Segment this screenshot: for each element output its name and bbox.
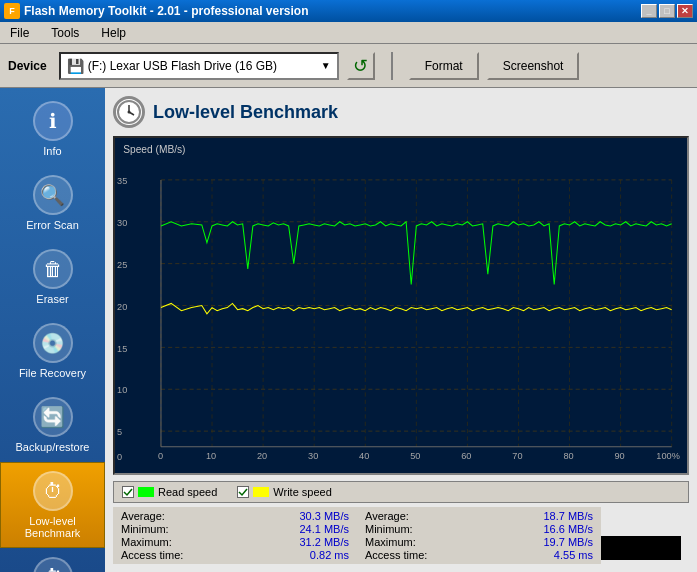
sidebar-label-file-recovery: File Recovery [19, 367, 86, 379]
redacted-area [601, 536, 681, 560]
content-title: Low-level Benchmark [153, 102, 338, 123]
write-speed-label: Write speed [273, 486, 332, 498]
refresh-icon: ↺ [353, 55, 368, 77]
write-minimum-line: Minimum: 16.6 MB/s [365, 523, 593, 535]
write-access-time-value: 4.55 ms [554, 549, 593, 561]
sidebar-label-low-level-benchmark: Low-level Benchmark [5, 515, 100, 539]
write-access-time-line: Access time: 4.55 ms [365, 549, 593, 561]
write-average-value: 18.7 MB/s [543, 510, 593, 522]
eraser-icon: 🗑 [33, 249, 73, 289]
svg-text:0: 0 [158, 451, 163, 461]
read-average-value: 30.3 MB/s [299, 510, 349, 522]
svg-text:70: 70 [512, 451, 522, 461]
svg-text:5: 5 [117, 427, 122, 437]
refresh-button[interactable]: ↺ [347, 52, 375, 80]
svg-text:20: 20 [257, 451, 267, 461]
svg-text:0: 0 [117, 452, 122, 462]
device-selector[interactable]: 💾 (F:) Lexar USB Flash Drive (16 GB) ▼ [59, 52, 339, 80]
read-minimum-value: 24.1 MB/s [299, 523, 349, 535]
app-title: Flash Memory Toolkit - 2.01 - profession… [24, 4, 309, 18]
read-speed-label: Read speed [158, 486, 217, 498]
stats-area: Average: 30.3 MB/s Minimum: 24.1 MB/s Ma… [113, 507, 689, 564]
screenshot-button[interactable]: Screenshot [487, 52, 580, 80]
menu-help[interactable]: Help [95, 24, 132, 42]
benchmark-chart: Speed (MB/s) 35 30 25 20 15 10 5 0 [113, 136, 689, 475]
read-access-time-line: Access time: 0.82 ms [121, 549, 349, 561]
sidebar-item-file-recovery[interactable]: 💿 File Recovery [0, 314, 105, 388]
write-speed-checkbox[interactable] [237, 486, 249, 498]
sidebar-item-error-scan[interactable]: 🔍 Error Scan [0, 166, 105, 240]
svg-text:30: 30 [308, 451, 318, 461]
svg-text:10: 10 [206, 451, 216, 461]
toolbar-separator [391, 52, 393, 80]
sidebar-item-eraser[interactable]: 🗑 Eraser [0, 240, 105, 314]
read-speed-color [138, 487, 154, 497]
menu-file[interactable]: File [4, 24, 35, 42]
svg-point-3 [128, 111, 131, 114]
write-maximum-label: Maximum: [365, 536, 416, 548]
write-average-line: Average: 18.7 MB/s [365, 510, 593, 522]
device-label: Device [8, 59, 47, 73]
svg-text:30: 30 [117, 218, 127, 228]
sidebar-label-info: Info [43, 145, 61, 157]
write-minimum-label: Minimum: [365, 523, 413, 535]
svg-text:40: 40 [359, 451, 369, 461]
write-speed-legend[interactable]: Write speed [237, 486, 332, 498]
format-button[interactable]: Format [409, 52, 479, 80]
read-maximum-label: Maximum: [121, 536, 172, 548]
read-access-time-value: 0.82 ms [310, 549, 349, 561]
low-level-benchmark-icon: ⏱ [33, 471, 73, 511]
file-benchmark-icon: ⏱ [33, 557, 73, 572]
read-maximum-value: 31.2 MB/s [299, 536, 349, 548]
write-access-time-label: Access time: [365, 549, 427, 561]
sidebar-item-file-benchmark[interactable]: ⏱ File Benchmark [0, 548, 105, 572]
write-minimum-value: 16.6 MB/s [543, 523, 593, 535]
sidebar-label-eraser: Eraser [36, 293, 68, 305]
info-icon: ℹ [33, 101, 73, 141]
read-speed-legend[interactable]: Read speed [122, 486, 217, 498]
write-average-label: Average: [365, 510, 409, 522]
backup-restore-icon: 🔄 [33, 397, 73, 437]
sidebar-item-info[interactable]: ℹ Info [0, 92, 105, 166]
write-maximum-line: Maximum: 19.7 MB/s [365, 536, 593, 548]
svg-text:10: 10 [117, 385, 127, 395]
svg-text:50: 50 [410, 451, 420, 461]
main-layout: ℹ Info 🔍 Error Scan 🗑 Eraser 💿 File Reco… [0, 88, 697, 572]
title-bar: F Flash Memory Toolkit - 2.01 - professi… [0, 0, 697, 22]
read-minimum-label: Minimum: [121, 523, 169, 535]
minimize-button[interactable]: _ [641, 4, 657, 18]
svg-text:20: 20 [117, 302, 127, 312]
maximize-button[interactable]: □ [659, 4, 675, 18]
write-speed-color [253, 487, 269, 497]
read-access-time-label: Access time: [121, 549, 183, 561]
toolbar: Device 💾 (F:) Lexar USB Flash Drive (16 … [0, 44, 697, 88]
content-area: Low-level Benchmark Speed (MB/s) 35 [105, 88, 697, 572]
svg-text:100%: 100% [656, 451, 679, 461]
benchmark-clock-icon [113, 96, 145, 128]
sidebar-item-low-level-benchmark[interactable]: ⏱ Low-level Benchmark [0, 462, 105, 548]
dropdown-arrow-icon: ▼ [321, 60, 331, 71]
read-speed-checkbox[interactable] [122, 486, 134, 498]
error-scan-icon: 🔍 [33, 175, 73, 215]
svg-text:60: 60 [461, 451, 471, 461]
write-maximum-value: 19.7 MB/s [543, 536, 593, 548]
app-icon: F [4, 3, 20, 19]
sidebar-label-backup-restore: Backup/restore [16, 441, 90, 453]
svg-text:90: 90 [614, 451, 624, 461]
svg-text:25: 25 [117, 260, 127, 270]
svg-text:Speed (MB/s): Speed (MB/s) [123, 144, 185, 155]
read-average-line: Average: 30.3 MB/s [121, 510, 349, 522]
sidebar-label-error-scan: Error Scan [26, 219, 79, 231]
file-recovery-icon: 💿 [33, 323, 73, 363]
sidebar: ℹ Info 🔍 Error Scan 🗑 Eraser 💿 File Reco… [0, 88, 105, 572]
read-average-label: Average: [121, 510, 165, 522]
write-stats: Average: 18.7 MB/s Minimum: 16.6 MB/s Ma… [357, 507, 601, 564]
read-stats: Average: 30.3 MB/s Minimum: 24.1 MB/s Ma… [113, 507, 357, 564]
menu-tools[interactable]: Tools [45, 24, 85, 42]
sidebar-item-backup-restore[interactable]: 🔄 Backup/restore [0, 388, 105, 462]
read-maximum-line: Maximum: 31.2 MB/s [121, 536, 349, 548]
close-button[interactable]: ✕ [677, 4, 693, 18]
content-header: Low-level Benchmark [113, 96, 689, 128]
device-name: (F:) Lexar USB Flash Drive (16 GB) [88, 59, 277, 73]
chart-legend: Read speed Write speed [113, 481, 689, 503]
